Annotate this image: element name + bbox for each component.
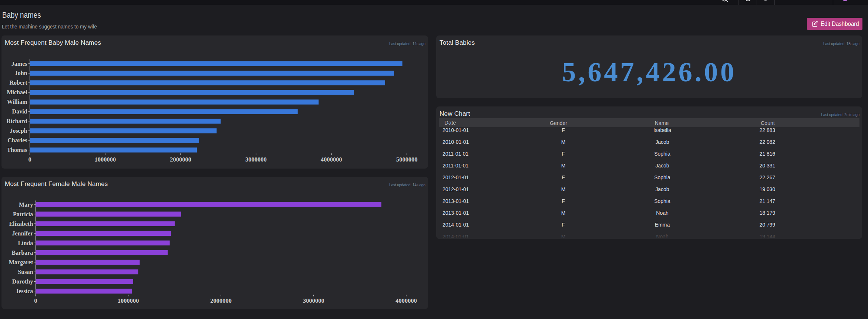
svg-text:Linda: Linda bbox=[18, 240, 33, 246]
svg-text:Patricia: Patricia bbox=[13, 211, 33, 217]
svg-text:3000000: 3000000 bbox=[245, 156, 267, 163]
svg-text:James: James bbox=[11, 61, 27, 67]
svg-text:Charles: Charles bbox=[7, 137, 27, 143]
svg-text:4000000: 4000000 bbox=[321, 156, 342, 163]
svg-text:William: William bbox=[7, 99, 27, 105]
svg-text:David: David bbox=[12, 108, 27, 115]
svg-text:John: John bbox=[15, 70, 27, 76]
svg-text:Elizabeth: Elizabeth bbox=[9, 221, 33, 227]
svg-text:2000000: 2000000 bbox=[170, 156, 191, 163]
svg-text:Susan: Susan bbox=[18, 269, 33, 275]
svg-text:2000000: 2000000 bbox=[210, 297, 232, 304]
svg-text:Robert: Robert bbox=[10, 79, 28, 86]
svg-text:4000000: 4000000 bbox=[396, 297, 417, 304]
svg-text:Dorothy: Dorothy bbox=[12, 278, 33, 285]
svg-text:1000000: 1000000 bbox=[118, 297, 139, 304]
svg-text:Margaret: Margaret bbox=[9, 259, 33, 266]
svg-text:1000000: 1000000 bbox=[94, 156, 116, 163]
svg-text:3000000: 3000000 bbox=[303, 297, 324, 304]
svg-text:Joseph: Joseph bbox=[10, 128, 27, 134]
svg-text:5000000: 5000000 bbox=[396, 156, 418, 163]
svg-text:Mary: Mary bbox=[19, 201, 33, 208]
svg-text:Richard: Richard bbox=[7, 118, 27, 124]
svg-text:Thomas: Thomas bbox=[7, 147, 27, 153]
svg-text:Michael: Michael bbox=[7, 89, 27, 95]
svg-text:Jessica: Jessica bbox=[16, 288, 33, 294]
svg-text:0: 0 bbox=[28, 156, 31, 163]
svg-text:Barbara: Barbara bbox=[12, 250, 33, 256]
svg-text:Jennifer: Jennifer bbox=[12, 230, 33, 237]
svg-text:0: 0 bbox=[34, 297, 37, 304]
